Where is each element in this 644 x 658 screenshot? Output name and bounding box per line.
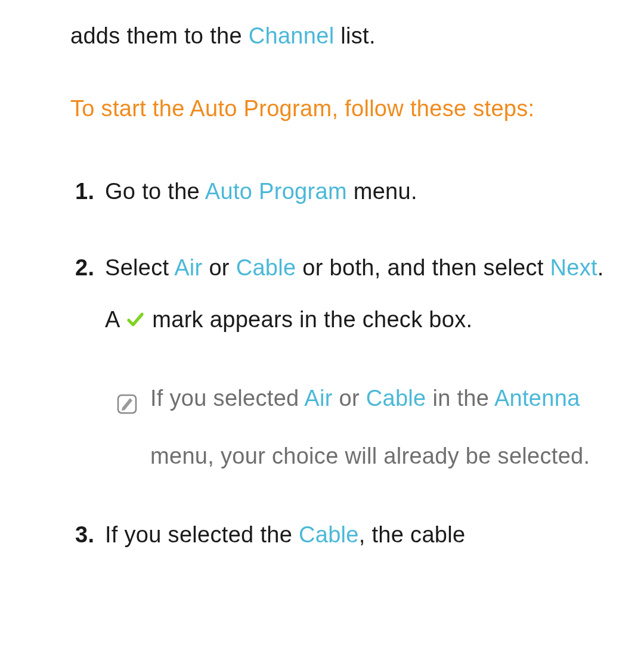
note-p4: menu, your choice will already be select…: [150, 443, 590, 468]
note-block: If you selected Air or Cable in the Ante…: [105, 370, 620, 485]
note-cable-term: Cable: [366, 386, 426, 411]
note-air-term: Air: [304, 386, 332, 411]
air-term: Air: [174, 255, 202, 280]
intro-post: list.: [334, 23, 375, 48]
step-1: 1. Go to the Auto Program menu.: [70, 166, 620, 218]
cable-term: Cable: [236, 255, 296, 280]
step-1-pre: Go to the: [105, 179, 205, 204]
step-3-p1: If you selected the: [105, 522, 299, 547]
step-3-cable-term: Cable: [299, 522, 359, 547]
note-icon: [117, 378, 137, 398]
step-2-text-c: or both, and then select: [296, 255, 550, 280]
steps-list: 1. Go to the Auto Program menu. 2. Selec…: [70, 166, 620, 561]
checkmark-icon: [125, 307, 145, 332]
note-p1: If you selected: [150, 386, 304, 411]
section-heading: To start the Auto Program, follow these …: [70, 83, 620, 135]
step-2-text-b: or: [203, 255, 236, 280]
step-2-text-a: Select: [105, 255, 174, 280]
step-2-number: 2.: [75, 242, 94, 294]
step-3-number: 3.: [75, 509, 94, 561]
intro-pre: adds them to the: [70, 23, 249, 48]
note-antenna-term: Antenna: [494, 386, 580, 411]
step-1-number: 1.: [75, 166, 94, 218]
note-p3: in the: [426, 386, 494, 411]
note-p2: or: [333, 386, 366, 411]
step-3-p2: , the cable: [359, 522, 466, 547]
channel-term: Channel: [249, 23, 335, 48]
step-2: 2. Select Air or Cable or both, and then…: [70, 242, 620, 486]
step-1-post: menu.: [347, 179, 417, 204]
step-2-text-e: mark appears in the check box.: [145, 307, 472, 332]
intro-line: adds them to the Channel list.: [70, 18, 620, 54]
step-3: 3. If you selected the Cable, the cable: [70, 509, 620, 561]
next-term: Next: [550, 255, 597, 280]
auto-program-term: Auto Program: [205, 179, 347, 204]
document-page: adds them to the Channel list. To start …: [0, 0, 644, 603]
